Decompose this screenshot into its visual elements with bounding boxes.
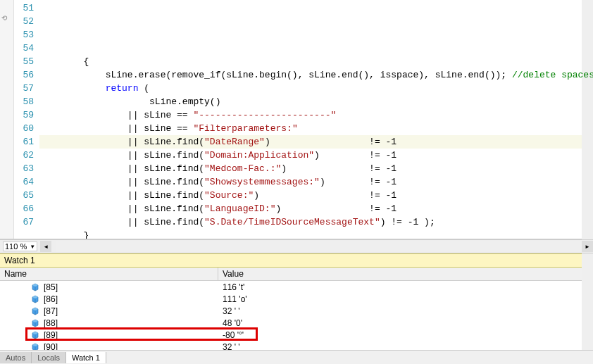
code-line[interactable]: || sLine == "Filterparameters:" — [39, 122, 593, 135]
variable-icon — [31, 283, 39, 291]
watch-row-value: 116 't' — [218, 282, 593, 292]
editor-gutter: ⟲ — [0, 0, 14, 239]
scroll-right-arrow-icon[interactable]: ► — [582, 241, 593, 252]
editor-status-bar: 110 % ▼ ◄ ► — [0, 239, 593, 253]
watch-header-row: Name Value — [0, 268, 593, 281]
watch-row[interactable]: [86]111 'o' — [0, 293, 593, 305]
line-number: 56 — [14, 68, 34, 82]
line-number: 65 — [14, 189, 34, 202]
line-number: 53 — [14, 28, 34, 42]
code-line[interactable]: || sLine == "------------------------" — [39, 108, 593, 122]
line-number: 57 — [14, 82, 34, 95]
editor-horizontal-scrollbar[interactable] — [56, 241, 582, 252]
line-number: 58 — [14, 95, 34, 108]
zoom-level-value: 110 % — [5, 242, 27, 251]
line-number: 66 — [14, 202, 34, 215]
watch-panel: Watch 1 Name Value [85]116 't'[86]111 'o… — [0, 253, 593, 364]
watch-header-value[interactable]: Value — [218, 268, 593, 280]
code-line[interactable]: || sLine.find("Medcom-Fac.:") != -1 — [39, 162, 593, 175]
tab-locals[interactable]: Locals — [32, 352, 66, 363]
watch-row[interactable]: [85]116 't' — [0, 281, 593, 293]
code-line[interactable]: || sLine.find("Source:") != -1 — [39, 189, 593, 202]
watch-row-name: [89] — [0, 330, 218, 340]
watch-row-value: 32 ' ' — [218, 306, 593, 316]
line-number: 61 — [14, 135, 34, 149]
code-line[interactable]: } — [39, 229, 593, 239]
line-number: 59 — [14, 108, 34, 122]
watch-row[interactable]: [89]-80 '°' — [0, 329, 593, 341]
line-number: 52 — [14, 15, 34, 28]
line-number: 60 — [14, 122, 34, 135]
code-line[interactable]: || sLine.find("LanguageID:") != -1 — [39, 202, 593, 215]
code-line[interactable]: return ( — [39, 82, 593, 95]
scroll-left-arrow-icon[interactable]: ◄ — [40, 241, 51, 252]
watch-header-name[interactable]: Name — [0, 268, 218, 280]
code-editor[interactable]: ⟲ 5152535455565758596061626364656667 { s… — [0, 0, 593, 239]
code-line[interactable]: || sLine.find("DateRange") != -1 — [39, 135, 593, 149]
line-number: 67 — [14, 215, 34, 229]
line-number: 64 — [14, 175, 34, 189]
variable-icon — [31, 307, 39, 315]
variable-icon — [31, 331, 39, 339]
variable-icon — [31, 295, 39, 303]
zoom-level-dropdown[interactable]: 110 % ▼ — [3, 241, 37, 251]
watch-panel-title: Watch 1 — [0, 253, 593, 268]
code-line[interactable]: sLine.erase(remove_if(sLine.begin(), sLi… — [39, 68, 593, 82]
code-content-area[interactable]: { sLine.erase(remove_if(sLine.begin(), s… — [39, 0, 593, 239]
watch-row[interactable]: [87]32 ' ' — [0, 305, 593, 317]
watch-row-value: -80 '°' — [218, 330, 593, 340]
watch-row-name: [88] — [0, 318, 218, 328]
code-line[interactable]: { — [39, 55, 593, 68]
watch-row-value: 48 '0' — [218, 318, 593, 328]
tab-autos[interactable]: Autos — [0, 352, 32, 363]
code-line[interactable]: sLine.empty() — [39, 95, 593, 108]
watch-row-name: [85] — [0, 282, 218, 292]
debug-bottom-tabs: Autos Locals Watch 1 — [0, 350, 593, 364]
line-number: 51 — [14, 1, 34, 15]
chevron-down-icon: ▼ — [30, 244, 35, 250]
variable-icon — [31, 319, 39, 327]
line-number-column: 5152535455565758596061626364656667 — [14, 0, 39, 239]
line-number: 54 — [14, 42, 34, 55]
tab-watch1[interactable]: Watch 1 — [66, 352, 106, 363]
watch-row[interactable]: [88]48 '0' — [0, 317, 593, 329]
watch-row-value: 111 'o' — [218, 294, 593, 304]
line-number: 63 — [14, 162, 34, 175]
line-number: 62 — [14, 149, 34, 162]
line-number: 55 — [14, 55, 34, 68]
code-line[interactable]: || sLine.find("S.Date/TimeIDSourceMessag… — [39, 215, 593, 229]
watch-vertical-scrollbar[interactable] — [582, 253, 593, 364]
watch-row-name: [86] — [0, 294, 218, 304]
watch-row-name: [87] — [0, 306, 218, 316]
breakpoint-margin-icon[interactable]: ⟲ — [1, 14, 7, 23]
code-line[interactable]: || sLine.find("Showsystemmessages:") != … — [39, 175, 593, 189]
code-line[interactable]: || sLine.find("Domain:Application") != -… — [39, 149, 593, 162]
